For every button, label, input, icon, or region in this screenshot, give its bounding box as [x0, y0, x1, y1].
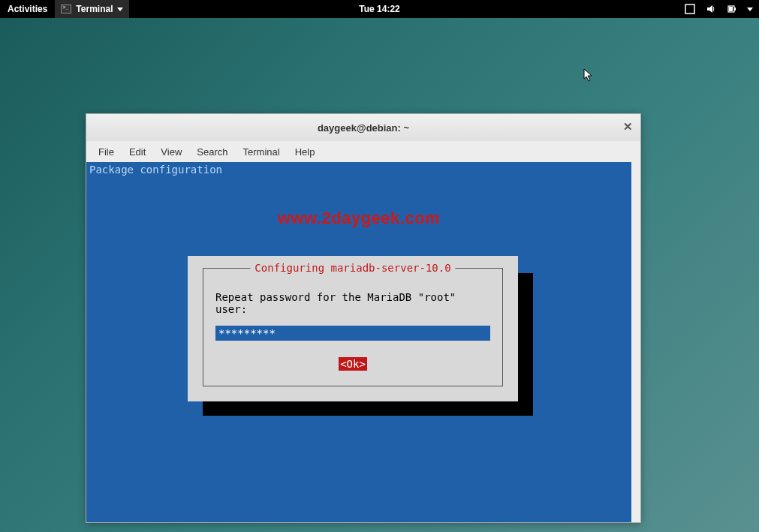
window-titlebar[interactable]: daygeek@debian: ~ ✕ [86, 114, 640, 141]
dialog-frame: Configuring mariadb-server-10.0 Repeat p… [203, 268, 503, 386]
app-name-label: Terminal [76, 4, 113, 14]
chevron-down-icon [117, 8, 123, 11]
activities-button[interactable]: Activities [0, 4, 55, 14]
ok-button[interactable]: <Ok> [339, 357, 367, 371]
svg-rect-2 [734, 8, 736, 11]
gnome-topbar: Activities Terminal Tue 14:22 [0, 0, 759, 18]
package-config-header: Package configuration [86, 162, 631, 177]
menu-terminal[interactable]: Terminal [237, 143, 286, 161]
watermark-text: www.2daygeek.com [278, 209, 440, 228]
window-title: daygeek@debian: ~ [318, 122, 409, 134]
accessibility-icon[interactable] [684, 3, 696, 15]
terminal-window: daygeek@debian: ~ ✕ File Edit View Searc… [86, 113, 641, 523]
menu-help[interactable]: Help [289, 143, 321, 161]
svg-rect-3 [729, 7, 733, 11]
svg-rect-0 [685, 5, 694, 14]
menu-view[interactable]: View [155, 143, 188, 161]
terminal-icon [61, 5, 71, 14]
dialog-prompt: Repeat password for the MariaDB "root" u… [215, 291, 490, 315]
battery-icon[interactable] [726, 3, 738, 15]
config-dialog: Configuring mariadb-server-10.0 Repeat p… [188, 256, 518, 401]
clock[interactable]: Tue 14:22 [359, 4, 399, 14]
dialog-title: Configuring mariadb-server-10.0 [250, 262, 455, 274]
terminal-viewport[interactable]: Package configuration www.2daygeek.com C… [86, 162, 640, 522]
topbar-left: Activities Terminal [0, 0, 129, 18]
menu-edit[interactable]: Edit [123, 143, 152, 161]
system-menu-chevron-icon[interactable] [747, 8, 753, 11]
topbar-right [684, 3, 753, 15]
menu-search[interactable]: Search [191, 143, 233, 161]
cursor-icon [583, 68, 594, 83]
volume-icon[interactable] [705, 3, 717, 15]
app-menu[interactable]: Terminal [55, 0, 129, 18]
menu-file[interactable]: File [92, 143, 120, 161]
menubar: File Edit View Search Terminal Help [86, 141, 640, 162]
dialog-title-text: Configuring mariadb-server-10.0 [255, 262, 450, 274]
password-input[interactable]: ********* [215, 326, 490, 341]
close-icon[interactable]: ✕ [623, 120, 633, 134]
